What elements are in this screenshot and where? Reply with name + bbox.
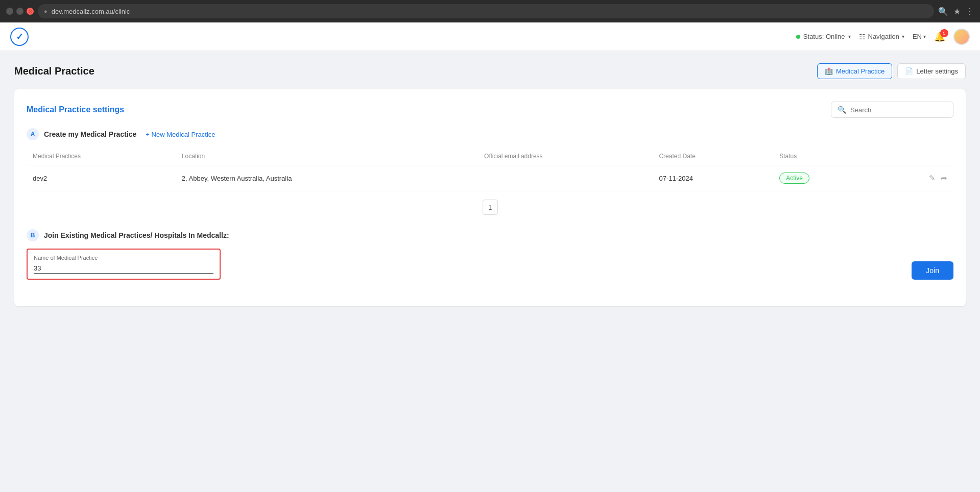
letter-settings-label: Letter settings xyxy=(916,67,958,75)
language-button[interactable]: EN ▾ xyxy=(913,33,926,40)
letter-settings-tab[interactable]: 📄 Letter settings xyxy=(897,63,966,79)
join-practice-input[interactable] xyxy=(34,264,213,274)
lang-chevron: ▾ xyxy=(923,34,926,39)
browser-chrome: ← → ✕ ● dev.medcallz.com.au/clinic 🔍 ★ ⋮ xyxy=(0,0,980,22)
back-button[interactable]: ← xyxy=(6,8,13,15)
section-a: A Create my Medical Practice + New Medic… xyxy=(27,128,953,215)
nav-chevron: ▾ xyxy=(902,34,904,39)
new-practice-link[interactable]: + New Medical Practice xyxy=(146,131,215,138)
close-tab-button[interactable]: ✕ xyxy=(27,8,34,15)
section-b-label: B xyxy=(27,229,39,241)
online-dot xyxy=(796,35,800,39)
section-a-header: A Create my Medical Practice + New Medic… xyxy=(27,128,953,140)
notification-button[interactable]: 🔔 5 xyxy=(934,31,945,42)
bookmark-icon[interactable]: ★ xyxy=(953,7,961,16)
table-header-row: Medical Practices Location Official emai… xyxy=(27,147,953,165)
address-bar[interactable]: ● dev.medcallz.com.au/clinic xyxy=(38,4,934,18)
status-chevron[interactable]: ▾ xyxy=(848,34,851,39)
menu-icon[interactable]: ⋮ xyxy=(966,7,974,16)
language-label: EN xyxy=(913,33,922,40)
medical-practice-icon: 🏥 xyxy=(825,67,833,75)
letter-settings-icon: 📄 xyxy=(905,67,913,75)
url-text: dev.medcallz.com.au/clinic xyxy=(52,8,130,15)
status-indicator: Status: Online ▾ xyxy=(796,33,851,40)
card-title: Medical Practice settings xyxy=(27,105,124,114)
section-a-title: Create my Medical Practice xyxy=(44,130,136,138)
col-created-date: Created Date xyxy=(653,147,773,165)
join-field-wrapper: Name of Medical Practice xyxy=(27,249,221,280)
search-input[interactable] xyxy=(850,106,947,114)
page-title-area: Medical Practice 🏥 Medical Practice 📄 Le… xyxy=(14,63,966,79)
grid-icon: ☷ xyxy=(859,33,866,41)
main-card: Medical Practice settings 🔍 A Create my … xyxy=(14,89,966,306)
app-logo: ✓ xyxy=(10,28,29,46)
section-b: B Join Existing Medical Practices/ Hospi… xyxy=(27,229,953,280)
cell-location: 2, Abbey, Western Australia, Australia xyxy=(176,165,478,191)
header-right: Status: Online ▾ ☷ Navigation ▾ EN ▾ 🔔 5 xyxy=(796,29,970,45)
col-status: Status xyxy=(773,147,877,165)
search-icon: 🔍 xyxy=(838,106,846,114)
browser-controls: ← → ✕ xyxy=(6,8,34,15)
col-location: Location xyxy=(176,147,478,165)
logo-checkmark: ✓ xyxy=(16,31,23,42)
card-header: Medical Practice settings 🔍 xyxy=(27,102,953,118)
forward-button[interactable]: → xyxy=(16,8,23,15)
browser-actions: 🔍 ★ ⋮ xyxy=(938,7,974,16)
navigation-label: Navigation xyxy=(868,33,899,40)
page-content: Medical Practice 🏥 Medical Practice 📄 Le… xyxy=(0,51,980,492)
table-row: dev2 2, Abbey, Western Australia, Austra… xyxy=(27,165,953,191)
col-medical-practices: Medical Practices xyxy=(27,147,176,165)
section-b-title: Join Existing Medical Practices/ Hospita… xyxy=(44,231,229,239)
page-title: Medical Practice xyxy=(14,65,94,77)
pagination: 1 xyxy=(27,200,953,215)
cell-status: Active xyxy=(773,165,877,191)
cell-created-date: 07-11-2024 xyxy=(653,165,773,191)
page-1-button[interactable]: 1 xyxy=(483,200,498,215)
page-title-actions: 🏥 Medical Practice 📄 Letter settings xyxy=(817,63,966,79)
join-field-label: Name of Medical Practice xyxy=(34,255,213,261)
section-a-label: A xyxy=(27,128,39,140)
status-badge: Active xyxy=(779,173,809,184)
logout-icon[interactable]: ➦ xyxy=(941,174,947,183)
medical-practice-label: Medical Practice xyxy=(836,67,885,75)
medical-practice-tab[interactable]: 🏥 Medical Practice xyxy=(817,63,892,79)
navigation-button[interactable]: ☷ Navigation ▾ xyxy=(859,33,904,41)
edit-icon[interactable]: ✎ xyxy=(929,174,936,183)
join-button[interactable]: Join xyxy=(912,261,953,280)
address-icon: ● xyxy=(44,8,47,14)
cell-email xyxy=(478,165,653,191)
section-b-header: B Join Existing Medical Practices/ Hospi… xyxy=(27,229,953,241)
notification-badge: 5 xyxy=(940,29,948,37)
user-avatar[interactable] xyxy=(953,29,970,45)
status-label: Status: Online xyxy=(803,33,845,40)
cell-row-actions: ✎ ➦ xyxy=(878,165,953,191)
search-browser-icon[interactable]: 🔍 xyxy=(938,7,948,16)
cell-practice-name: dev2 xyxy=(27,165,176,191)
search-box[interactable]: 🔍 xyxy=(831,102,953,118)
practices-table: Medical Practices Location Official emai… xyxy=(27,147,953,191)
table-row-actions: ✎ ➦ xyxy=(884,174,947,183)
app-header: ✓ Status: Online ▾ ☷ Navigation ▾ EN ▾ 🔔… xyxy=(0,22,980,51)
col-actions xyxy=(878,147,953,165)
join-form: Name of Medical Practice Join xyxy=(27,249,953,280)
col-email: Official email address xyxy=(478,147,653,165)
